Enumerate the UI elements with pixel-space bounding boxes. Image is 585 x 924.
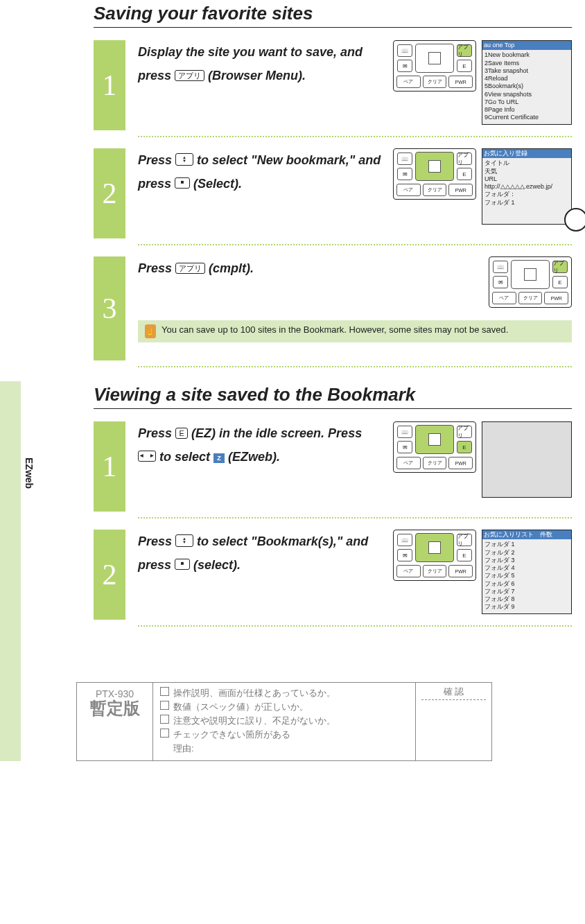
pair-key-icon: ペア [396, 565, 421, 577]
check-text: 数値（スペック値）が正しいか。 [173, 701, 308, 713]
check-text: 操作説明、画面が仕様とあっているか。 [173, 687, 335, 699]
checkbox-icon[interactable] [160, 729, 169, 738]
menu-item: 4Reload [484, 75, 569, 82]
apli-key-icon: アプリ [175, 70, 204, 81]
keypad-figure: 📖 ✉ アプリ E ペア クリ [489, 256, 572, 308]
checkbox-icon[interactable] [160, 687, 169, 696]
note: ☝ You can save up to 100 sites in the Bo… [138, 320, 572, 342]
step-number: 1 [94, 421, 125, 512]
menu-item: 3Take snapshot [484, 67, 569, 75]
pair-key-icon: ペア [396, 184, 421, 196]
step-2: 2 Press to select "New bookmark," and pr… [94, 148, 572, 238]
folder-item: フォルダ 3 [484, 557, 569, 564]
e-key-icon: E [457, 168, 472, 180]
menu-item: 7Go To URL [484, 98, 569, 106]
clear-key-icon: クリア [518, 292, 543, 304]
pair-key-icon: ペア [396, 457, 421, 469]
step-instruction: Display the site you want to save, and p… [138, 40, 383, 87]
keypad-figure: 📖 ✉ アプリ E ペア クリア PWR [393, 148, 476, 200]
select-key-icon [175, 177, 190, 189]
folder-item: フォルダ 1 [484, 541, 569, 548]
book-key-icon: 📖 [397, 152, 412, 165]
book-key-icon: 📖 [397, 534, 412, 546]
dpad-icon [415, 425, 454, 454]
screen-line: 天気 [484, 168, 569, 175]
folder-item: フォルダ 8 [484, 595, 569, 603]
text: (cmplt). [209, 261, 254, 275]
keypad-figure: 📖 ✉ アプリ E ペア クリア PWR [393, 530, 476, 581]
checkbox-icon[interactable] [160, 701, 169, 710]
e-key-icon: E [175, 428, 188, 439]
step-number: 1 [94, 40, 125, 130]
menu-item: 5Bookmark(s) [484, 82, 569, 90]
clear-key-icon: クリア [423, 184, 447, 196]
phone-screen: お気に入りリスト 件数 フォルダ 1 フォルダ 2 フォルダ 3 フォルダ 4 … [482, 530, 572, 614]
apli-key-icon: アプリ [457, 44, 472, 57]
screen-line: http://△△△△△.ezweb.jp/ [484, 183, 569, 191]
section-title-saving: Saving your favorite sites [94, 3, 572, 28]
e-key-icon: E [457, 549, 472, 561]
mail-key-icon: ✉ [397, 549, 412, 561]
select-key-icon [175, 559, 190, 570]
e-key-icon: E [457, 60, 472, 72]
step-1: 1 Display the site you want to save, and… [94, 40, 572, 130]
left-tab-strip [0, 381, 21, 761]
confirm-label: 確 認 [421, 686, 486, 700]
step-instruction: Press to select "New bookmark," and pres… [138, 148, 383, 195]
checkbox-icon[interactable] [160, 715, 169, 724]
phone-screen [482, 421, 572, 498]
side-label: EZweb [24, 457, 35, 489]
phone-screen: au one Top 1New bookmark 2Save Items 3Ta… [482, 40, 572, 125]
screen-header: お気に入り登録 [482, 149, 571, 158]
screen-line: URL [484, 175, 569, 183]
dpad-icon [511, 260, 550, 289]
check-text: 注意文や説明文に誤り、不足がないか。 [173, 715, 335, 727]
section-title-viewing: Viewing a site saved to the Bookmark [94, 384, 572, 409]
step-3: 3 Press アプリ (cmplt). 📖 ✉ [94, 256, 572, 360]
apli-key-icon: アプリ [457, 534, 472, 546]
provisional-label: 暫定版 [84, 699, 146, 717]
phone-screen: お気に入り登録 タイトル 天気 URL http://△△△△△.ezweb.j… [482, 148, 572, 225]
step-number: 3 [94, 256, 125, 360]
folder-item: フォルダ 9 [484, 603, 569, 611]
folder-item: フォルダ 7 [484, 588, 569, 595]
pwr-key-icon: PWR [544, 292, 568, 304]
pwr-key-icon: PWR [448, 457, 473, 469]
folder-item: フォルダ 5 [484, 572, 569, 579]
keypad-figure: 📖 ✉ アプリ E ペア クリア PWR [393, 40, 476, 91]
mail-key-icon: ✉ [397, 441, 412, 453]
apli-key-icon: アプリ [552, 261, 568, 273]
step-separator [138, 136, 572, 137]
step-separator [138, 625, 572, 627]
updown-key-icon [175, 153, 193, 166]
text: (Browser Menu). [208, 69, 306, 82]
clear-key-icon: クリア [423, 76, 447, 88]
dpad-icon [415, 533, 454, 562]
book-key-icon: 📖 [493, 261, 508, 273]
text: (Select). [193, 177, 242, 191]
book-key-icon: 📖 [397, 44, 412, 57]
text: to select [159, 450, 213, 464]
screen-line: タイトル [484, 159, 569, 167]
ezweb-icon: Z [213, 453, 225, 463]
text: Press [138, 534, 175, 548]
pair-key-icon: ペア [396, 76, 421, 88]
step-separator [138, 244, 572, 245]
screen-header: お気に入りリスト 件数 [482, 530, 571, 539]
menu-item: 9Current Certificate [484, 114, 569, 121]
folder-item: フォルダ 6 [484, 580, 569, 588]
step-instruction: Press E (EZ) in the idle screen. Press t… [138, 421, 383, 469]
menu-item: 6View snapshots [484, 91, 569, 98]
apli-key-icon: アプリ [175, 263, 205, 274]
text: Press [138, 261, 175, 275]
step-number: 2 [94, 530, 125, 620]
text: Press [138, 153, 175, 167]
mail-key-icon: ✉ [493, 276, 508, 288]
text: (EZweb). [228, 450, 280, 464]
leftright-key-icon [138, 451, 156, 462]
step-separator [138, 366, 572, 367]
pwr-key-icon: PWR [448, 565, 473, 577]
apli-key-icon: アプリ [457, 426, 472, 438]
menu-item: 8Page Info [484, 106, 569, 114]
menu-item: 1New bookmark [484, 51, 569, 59]
